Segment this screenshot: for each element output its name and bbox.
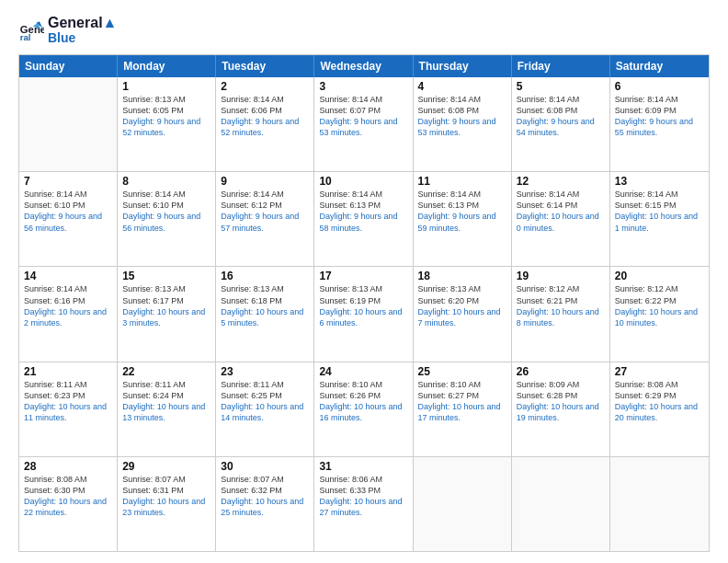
day-number: 19 (517, 270, 605, 282)
calendar-cell: 26Sunrise: 8:09 AMSunset: 6:28 PMDayligh… (512, 362, 610, 456)
calendar-cell: 9Sunrise: 8:14 AMSunset: 6:12 PMDaylight… (216, 172, 314, 266)
calendar-cell: 20Sunrise: 8:12 AMSunset: 6:22 PMDayligh… (610, 267, 709, 361)
calendar-cell: 13Sunrise: 8:14 AMSunset: 6:15 PMDayligh… (610, 172, 709, 266)
cell-info: Sunrise: 8:14 AMSunset: 6:10 PMDaylight:… (122, 189, 210, 234)
day-number: 31 (319, 460, 407, 473)
cell-info: Sunrise: 8:14 AMSunset: 6:08 PMDaylight:… (517, 94, 605, 139)
calendar-cell: 11Sunrise: 8:14 AMSunset: 6:13 PMDayligh… (414, 172, 512, 266)
calendar-row-3: 21Sunrise: 8:11 AMSunset: 6:23 PMDayligh… (19, 362, 709, 456)
weekday-header-thursday: Thursday (414, 55, 512, 77)
calendar-row-2: 14Sunrise: 8:14 AMSunset: 6:16 PMDayligh… (19, 266, 709, 361)
calendar-body: 1Sunrise: 8:13 AMSunset: 6:05 PMDaylight… (19, 77, 709, 551)
cell-info: Sunrise: 8:08 AMSunset: 6:29 PMDaylight:… (615, 379, 704, 424)
calendar-cell: 27Sunrise: 8:08 AMSunset: 6:29 PMDayligh… (610, 362, 709, 456)
cell-info: Sunrise: 8:14 AMSunset: 6:14 PMDaylight:… (517, 189, 605, 234)
day-number: 25 (418, 365, 506, 378)
day-number: 24 (319, 365, 407, 378)
cell-info: Sunrise: 8:12 AMSunset: 6:22 PMDaylight:… (615, 283, 704, 328)
weekday-header-sunday: Sunday (19, 55, 118, 77)
calendar-cell (512, 457, 610, 551)
calendar-cell: 12Sunrise: 8:14 AMSunset: 6:14 PMDayligh… (512, 172, 610, 266)
cell-info: Sunrise: 8:14 AMSunset: 6:10 PMDaylight:… (24, 189, 112, 234)
cell-info: Sunrise: 8:06 AMSunset: 6:33 PMDaylight:… (319, 474, 407, 519)
calendar-cell: 18Sunrise: 8:13 AMSunset: 6:20 PMDayligh… (414, 267, 512, 361)
day-number: 8 (122, 175, 210, 188)
weekday-header-saturday: Saturday (610, 55, 709, 77)
cell-info: Sunrise: 8:14 AMSunset: 6:12 PMDaylight:… (221, 189, 309, 234)
calendar-header: SundayMondayTuesdayWednesdayThursdayFrid… (19, 55, 709, 77)
cell-info: Sunrise: 8:10 AMSunset: 6:27 PMDaylight:… (418, 379, 506, 424)
calendar-cell: 8Sunrise: 8:14 AMSunset: 6:10 PMDaylight… (118, 172, 216, 266)
calendar-cell: 25Sunrise: 8:10 AMSunset: 6:27 PMDayligh… (414, 362, 512, 456)
cell-info: Sunrise: 8:11 AMSunset: 6:23 PMDaylight:… (24, 379, 112, 424)
cell-info: Sunrise: 8:13 AMSunset: 6:17 PMDaylight:… (122, 283, 210, 328)
logo-text-block: General▲ Blue (48, 15, 117, 45)
day-number: 28 (24, 460, 112, 473)
calendar-cell: 30Sunrise: 8:07 AMSunset: 6:32 PMDayligh… (216, 457, 314, 551)
day-number: 6 (615, 80, 704, 93)
logo-line2: Blue (48, 31, 117, 45)
cell-info: Sunrise: 8:11 AMSunset: 6:24 PMDaylight:… (122, 379, 210, 424)
logo-icon: Gene ral (18, 17, 44, 42)
calendar-row-4: 28Sunrise: 8:08 AMSunset: 6:30 PMDayligh… (19, 456, 709, 551)
day-number: 9 (221, 175, 309, 188)
calendar-cell (610, 457, 709, 551)
logo-line1: General▲ (48, 15, 117, 31)
calendar-cell: 28Sunrise: 8:08 AMSunset: 6:30 PMDayligh… (19, 457, 118, 551)
cell-info: Sunrise: 8:14 AMSunset: 6:07 PMDaylight:… (319, 94, 407, 139)
cell-info: Sunrise: 8:14 AMSunset: 6:13 PMDaylight:… (319, 189, 407, 234)
calendar-cell: 23Sunrise: 8:11 AMSunset: 6:25 PMDayligh… (216, 362, 314, 456)
weekday-header-monday: Monday (118, 55, 216, 77)
page: Gene ral General▲ Blue SundayMondayTuesd… (0, 0, 728, 563)
calendar-cell: 24Sunrise: 8:10 AMSunset: 6:26 PMDayligh… (314, 362, 413, 456)
day-number: 27 (615, 365, 704, 378)
calendar-cell: 31Sunrise: 8:06 AMSunset: 6:33 PMDayligh… (314, 457, 413, 551)
cell-info: Sunrise: 8:14 AMSunset: 6:15 PMDaylight:… (615, 189, 704, 234)
calendar-cell: 16Sunrise: 8:13 AMSunset: 6:18 PMDayligh… (216, 267, 314, 361)
day-number: 21 (24, 365, 112, 378)
calendar-row-1: 7Sunrise: 8:14 AMSunset: 6:10 PMDaylight… (19, 171, 709, 266)
calendar-cell: 29Sunrise: 8:07 AMSunset: 6:31 PMDayligh… (118, 457, 216, 551)
calendar-cell: 6Sunrise: 8:14 AMSunset: 6:09 PMDaylight… (610, 77, 709, 171)
day-number: 26 (517, 365, 605, 378)
cell-info: Sunrise: 8:13 AMSunset: 6:05 PMDaylight:… (122, 94, 210, 139)
weekday-header-friday: Friday (512, 55, 610, 77)
day-number: 15 (122, 270, 210, 282)
logo: Gene ral General▲ Blue (18, 15, 117, 45)
cell-info: Sunrise: 8:10 AMSunset: 6:26 PMDaylight:… (319, 379, 407, 424)
day-number: 12 (517, 175, 605, 188)
day-number: 29 (122, 460, 210, 473)
cell-info: Sunrise: 8:07 AMSunset: 6:31 PMDaylight:… (122, 474, 210, 519)
day-number: 22 (122, 365, 210, 378)
day-number: 16 (221, 270, 309, 282)
calendar-cell: 3Sunrise: 8:14 AMSunset: 6:07 PMDaylight… (314, 77, 413, 171)
day-number: 17 (319, 270, 407, 282)
cell-info: Sunrise: 8:08 AMSunset: 6:30 PMDaylight:… (24, 474, 112, 519)
cell-info: Sunrise: 8:14 AMSunset: 6:08 PMDaylight:… (418, 94, 506, 139)
calendar-cell: 21Sunrise: 8:11 AMSunset: 6:23 PMDayligh… (19, 362, 118, 456)
day-number: 11 (418, 175, 506, 188)
calendar-cell: 1Sunrise: 8:13 AMSunset: 6:05 PMDaylight… (118, 77, 216, 171)
calendar-cell: 19Sunrise: 8:12 AMSunset: 6:21 PMDayligh… (512, 267, 610, 361)
cell-info: Sunrise: 8:14 AMSunset: 6:09 PMDaylight:… (615, 94, 704, 139)
weekday-header-wednesday: Wednesday (314, 55, 413, 77)
cell-info: Sunrise: 8:11 AMSunset: 6:25 PMDaylight:… (221, 379, 309, 424)
day-number: 1 (122, 80, 210, 93)
day-number: 23 (221, 365, 309, 378)
cell-info: Sunrise: 8:14 AMSunset: 6:06 PMDaylight:… (221, 94, 309, 139)
cell-info: Sunrise: 8:09 AMSunset: 6:28 PMDaylight:… (517, 379, 605, 424)
cell-info: Sunrise: 8:14 AMSunset: 6:16 PMDaylight:… (24, 283, 112, 328)
weekday-header-tuesday: Tuesday (216, 55, 314, 77)
cell-info: Sunrise: 8:14 AMSunset: 6:13 PMDaylight:… (418, 189, 506, 234)
day-number: 30 (221, 460, 309, 473)
day-number: 3 (319, 80, 407, 93)
cell-info: Sunrise: 8:13 AMSunset: 6:19 PMDaylight:… (319, 283, 407, 328)
cell-info: Sunrise: 8:07 AMSunset: 6:32 PMDaylight:… (221, 474, 309, 519)
svg-text:ral: ral (20, 33, 31, 43)
day-number: 13 (615, 175, 704, 188)
calendar-cell: 14Sunrise: 8:14 AMSunset: 6:16 PMDayligh… (19, 267, 118, 361)
cell-info: Sunrise: 8:13 AMSunset: 6:20 PMDaylight:… (418, 283, 506, 328)
cell-info: Sunrise: 8:13 AMSunset: 6:18 PMDaylight:… (221, 283, 309, 328)
day-number: 18 (418, 270, 506, 282)
day-number: 4 (418, 80, 506, 93)
